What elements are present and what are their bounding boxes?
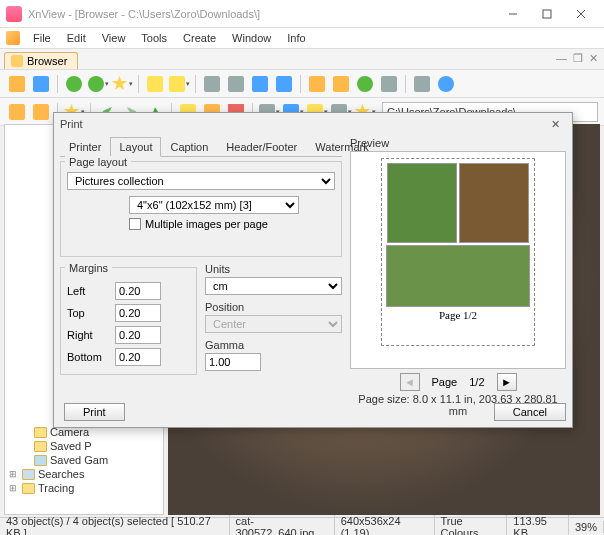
menu-create[interactable]: Create bbox=[176, 30, 223, 46]
slideshow-icon[interactable] bbox=[273, 73, 295, 95]
menu-window[interactable]: Window bbox=[225, 30, 278, 46]
margin-bottom-input[interactable] bbox=[115, 348, 161, 366]
fullscreen-icon[interactable] bbox=[30, 73, 52, 95]
dialog-close-icon[interactable]: ✕ bbox=[544, 115, 566, 133]
app-icon bbox=[6, 6, 22, 22]
refresh-icon[interactable] bbox=[63, 73, 85, 95]
minimize-button[interactable] bbox=[496, 3, 530, 25]
window-title: XnView - [Browser - C:\Users\Zoro\Downlo… bbox=[28, 8, 496, 20]
status-size: 113.95 KB bbox=[507, 515, 569, 536]
tab-caption[interactable]: Caption bbox=[161, 137, 217, 157]
folder-icon bbox=[34, 441, 47, 452]
maximize-button[interactable] bbox=[530, 3, 564, 25]
folder-icon bbox=[34, 455, 47, 466]
main-toolbar bbox=[0, 70, 604, 98]
mdi-close-icon[interactable]: ✕ bbox=[589, 52, 598, 65]
menu-view[interactable]: View bbox=[95, 30, 133, 46]
convert-icon[interactable] bbox=[306, 73, 328, 95]
units-select[interactable]: cm bbox=[205, 277, 342, 295]
page-layout-group: Page layout Pictures collection 4"x6" (1… bbox=[60, 161, 342, 257]
browser-tab[interactable]: Browser bbox=[4, 52, 78, 69]
screen-icon[interactable] bbox=[330, 73, 352, 95]
dialog-title: Print bbox=[60, 118, 83, 130]
menu-info[interactable]: Info bbox=[280, 30, 312, 46]
open-icon[interactable] bbox=[6, 73, 28, 95]
menu-tools[interactable]: Tools bbox=[134, 30, 174, 46]
browser-tab-label: Browser bbox=[27, 55, 67, 67]
status-dims: 640x536x24 (1.19) bbox=[335, 515, 435, 536]
search-icon[interactable] bbox=[201, 73, 223, 95]
nav-page-label: Page bbox=[432, 376, 458, 388]
doc-tab-row: Browser — ❐ ✕ bbox=[0, 48, 604, 70]
tabview2-icon[interactable] bbox=[30, 101, 52, 123]
search-folder-icon bbox=[22, 469, 35, 480]
dialog-tabs: Printer Layout Caption Header/Footer Wat… bbox=[60, 137, 342, 157]
mdi-restore-icon[interactable]: ❐ bbox=[573, 52, 583, 65]
svg-rect-1 bbox=[543, 10, 551, 18]
grid-icon[interactable] bbox=[378, 73, 400, 95]
menu-file[interactable]: File bbox=[26, 30, 58, 46]
close-button[interactable] bbox=[564, 3, 598, 25]
nav-page-value: 1/2 bbox=[469, 376, 484, 388]
menu-bar: File Edit View Tools Create Window Info bbox=[0, 28, 604, 48]
preview-label: Preview bbox=[350, 137, 566, 149]
cancel-button[interactable]: Cancel bbox=[494, 403, 566, 421]
multiple-images-label: Multiple images per page bbox=[145, 218, 268, 230]
preview-thumb bbox=[459, 163, 529, 243]
preview-thumb bbox=[386, 245, 530, 307]
multiple-images-checkbox[interactable] bbox=[129, 218, 141, 230]
margins-group: Margins Left Top Right Bottom bbox=[60, 267, 197, 375]
star-icon[interactable] bbox=[111, 73, 133, 95]
browser-tab-icon bbox=[11, 55, 23, 67]
web-icon[interactable] bbox=[354, 73, 376, 95]
gamma-input[interactable] bbox=[205, 353, 261, 371]
next-page-button[interactable]: ► bbox=[497, 373, 517, 391]
print-icon[interactable] bbox=[225, 73, 247, 95]
preview-panel: Page 1/2 bbox=[350, 151, 566, 369]
paste-icon[interactable] bbox=[168, 73, 190, 95]
copy-icon[interactable] bbox=[144, 73, 166, 95]
settings-icon[interactable] bbox=[411, 73, 433, 95]
folder-icon bbox=[34, 427, 47, 438]
margin-right-input[interactable] bbox=[115, 326, 161, 344]
title-bar: XnView - [Browser - C:\Users\Zoro\Downlo… bbox=[0, 0, 604, 28]
preview-page-label: Page 1/2 bbox=[439, 309, 477, 321]
status-zoom: 39% bbox=[569, 521, 604, 533]
rotate-ccw-icon[interactable] bbox=[87, 73, 109, 95]
status-filename: cat-300572_640.jpg bbox=[230, 515, 335, 536]
menu-edit[interactable]: Edit bbox=[60, 30, 93, 46]
tabview1-icon[interactable] bbox=[6, 101, 28, 123]
tab-layout[interactable]: Layout bbox=[110, 137, 161, 157]
status-bar: 43 object(s) / 4 object(s) selected [ 51… bbox=[0, 517, 604, 535]
tree-node[interactable]: ⊞Tracing bbox=[7, 481, 161, 495]
mdi-min-icon[interactable]: — bbox=[556, 52, 567, 65]
position-select: Center bbox=[205, 315, 342, 333]
status-color: True Colours bbox=[435, 515, 508, 536]
preview-thumb bbox=[387, 163, 457, 243]
tree-node[interactable]: Saved P bbox=[7, 439, 161, 453]
prev-page-button[interactable]: ◄ bbox=[400, 373, 420, 391]
tree-node[interactable]: ⊞Searches bbox=[7, 467, 161, 481]
tree-node[interactable]: Saved Gam bbox=[7, 453, 161, 467]
margin-top-input[interactable] bbox=[115, 304, 161, 322]
dialog-title-bar[interactable]: Print ✕ bbox=[54, 113, 572, 135]
paper-size-select[interactable]: 4"x6" (102x152 mm) [3] bbox=[129, 196, 299, 214]
print-dialog: Print ✕ Printer Layout Caption Header/Fo… bbox=[53, 112, 573, 428]
folder-icon bbox=[22, 483, 35, 494]
help-icon[interactable] bbox=[435, 73, 457, 95]
status-objects: 43 object(s) / 4 object(s) selected [ 51… bbox=[0, 515, 230, 536]
xnview-icon bbox=[6, 31, 20, 45]
preview-page: Page 1/2 bbox=[381, 158, 535, 346]
scan-icon[interactable] bbox=[249, 73, 271, 95]
margin-left-input[interactable] bbox=[115, 282, 161, 300]
layout-mode-select[interactable]: Pictures collection bbox=[67, 172, 335, 190]
tab-printer[interactable]: Printer bbox=[60, 137, 110, 157]
print-button[interactable]: Print bbox=[64, 403, 125, 421]
tab-headerfooter[interactable]: Header/Footer bbox=[217, 137, 306, 157]
